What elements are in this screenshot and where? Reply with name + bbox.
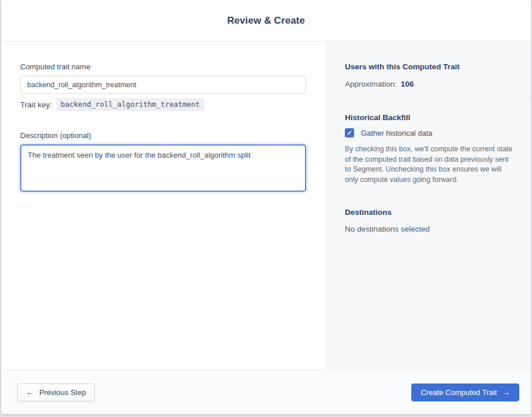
create-computed-trait-button[interactable]: Create Computed Trait → <box>411 384 519 401</box>
summary-pane: Users with this Computed Trait Approxima… <box>326 42 531 370</box>
summary-divider <box>327 98 531 98</box>
modal-header: Review & Create <box>1 0 531 42</box>
checkmark-icon: ✓ <box>347 130 352 136</box>
backfill-heading: Historical Backfill <box>345 113 513 122</box>
description-label: Description (optional) <box>20 131 307 140</box>
trait-name-input[interactable] <box>20 76 306 94</box>
backfill-description: By checking this box, we'll compute the … <box>345 144 513 185</box>
description-block: Description (optional) The treatment see… <box>20 131 307 194</box>
destinations-heading: Destinations <box>345 208 513 217</box>
modal-body: Computed trait name Trait key: backend_r… <box>1 42 531 370</box>
trait-key-value-badge: backend_roll_algorithm_treatment <box>56 98 204 111</box>
trait-key-label: Trait key: <box>20 100 52 109</box>
approximation-row: Approximation: 106 <box>345 80 513 88</box>
destinations-empty-text: No destinations selected <box>345 225 513 233</box>
previous-step-button[interactable]: ← Previous Step <box>17 384 95 401</box>
description-textarea[interactable]: The treatment seen by the user for the b… <box>20 144 306 192</box>
back-arrow-icon: ← <box>26 388 34 397</box>
approximation-label: Approximation: <box>345 80 397 88</box>
create-trait-label: Create Computed Trait <box>421 388 497 397</box>
backfill-checkbox[interactable]: ✓ <box>345 128 354 137</box>
trait-name-label: Computed trait name <box>20 62 307 71</box>
users-heading: Users with this Computed Trait <box>345 62 513 71</box>
trait-key-row: Trait key: backend_roll_algorithm_treatm… <box>20 98 307 111</box>
modal-footer: ← Previous Step Create Computed Trait → <box>1 370 531 414</box>
page-title: Review & Create <box>227 15 305 27</box>
previous-step-label: Previous Step <box>39 388 86 397</box>
backfill-checkbox-row[interactable]: ✓ Gather historical data <box>345 128 513 137</box>
forward-arrow-icon: → <box>502 388 510 397</box>
review-create-modal: Review & Create Computed trait name Trai… <box>1 0 531 414</box>
backfill-checkbox-label: Gather historical data <box>361 129 433 137</box>
trait-form-pane: Computed trait name Trait key: backend_r… <box>1 42 326 370</box>
approximation-value: 106 <box>401 80 414 88</box>
